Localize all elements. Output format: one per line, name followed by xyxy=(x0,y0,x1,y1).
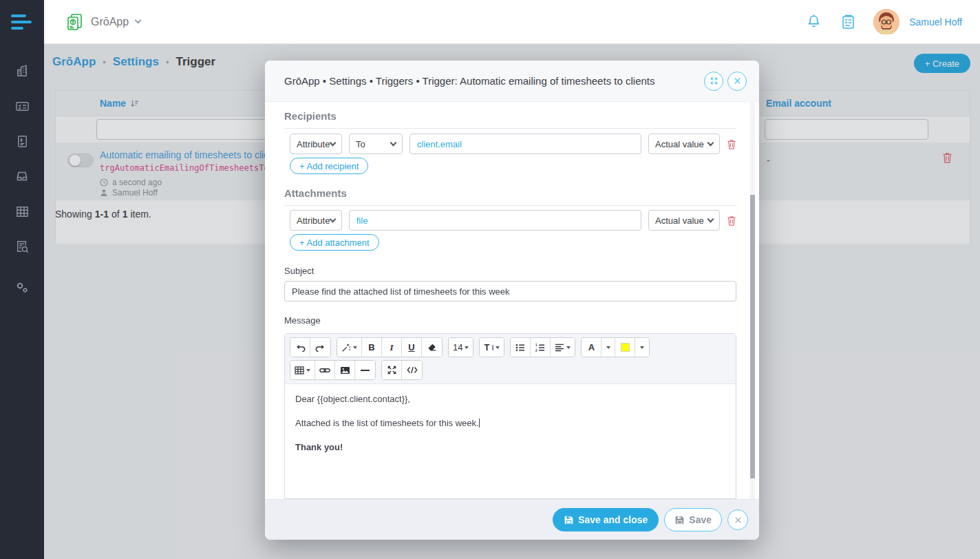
attachment-mode-select[interactable]: Actual value xyxy=(648,210,720,231)
table-grid-icon xyxy=(14,204,30,220)
text-color-dropdown[interactable] xyxy=(601,338,615,357)
app-logo-icon xyxy=(65,12,84,32)
bold-button[interactable]: B xyxy=(362,338,382,357)
undo-button[interactable] xyxy=(290,338,310,357)
close-icon xyxy=(734,516,742,524)
highlight-color-button[interactable] xyxy=(615,338,635,357)
svg-text:2: 2 xyxy=(536,348,538,351)
insert-table-icon xyxy=(295,366,304,375)
magic-format-button[interactable] xyxy=(337,338,362,357)
add-recipient-button[interactable]: + Add recipient xyxy=(290,158,368,174)
font-size-select[interactable]: 14 xyxy=(449,338,473,357)
notifications-button[interactable] xyxy=(805,13,822,30)
modal-scrollbar-thumb[interactable] xyxy=(750,195,755,478)
sidebar-item-inbox[interactable] xyxy=(8,165,36,188)
paragraph-style-select[interactable]: TI xyxy=(480,338,504,357)
sidebar-item-invoice-document[interactable] xyxy=(8,129,36,153)
chevron-down-icon xyxy=(390,140,397,147)
code-view-button[interactable] xyxy=(402,361,422,379)
svg-text:1: 1 xyxy=(536,344,538,347)
recipient-mode-select[interactable]: Actual value xyxy=(648,134,720,154)
redo-icon xyxy=(315,344,326,352)
message-paragraph: Attached is the list of timesheets for t… xyxy=(295,418,725,428)
sidebar-item-report[interactable] xyxy=(8,235,36,258)
sidebar-item-organization[interactable] xyxy=(8,59,36,83)
horizontal-rule-button[interactable] xyxy=(355,361,375,379)
horizontal-rule-icon xyxy=(361,369,370,372)
magic-wand-icon xyxy=(341,343,351,352)
subject-input[interactable] xyxy=(284,281,736,302)
notes-clipboard-icon xyxy=(839,13,857,31)
editor-fullscreen-button[interactable] xyxy=(382,361,402,379)
message-paragraph: Thank you! xyxy=(295,442,725,452)
image-icon xyxy=(340,366,350,375)
attachment-type-select[interactable]: Attribute xyxy=(290,210,342,231)
eraser-icon xyxy=(427,343,437,352)
sidebar-item-data-table[interactable] xyxy=(8,200,36,223)
gears-icon xyxy=(14,279,30,295)
text-color-button[interactable]: A xyxy=(582,338,601,357)
save-icon xyxy=(564,515,574,525)
app-switcher[interactable]: GrōApp xyxy=(65,12,140,32)
numbered-list-icon: 12 xyxy=(535,344,545,352)
sidebar-item-settings[interactable] xyxy=(8,275,36,299)
report-search-icon xyxy=(14,239,30,255)
modal-title: GrōApp • Settings • Triggers • Trigger: … xyxy=(284,75,655,87)
delete-recipient-button[interactable] xyxy=(727,139,736,149)
sidebar-item-checklist[interactable] xyxy=(8,94,36,118)
code-view-icon xyxy=(407,366,418,374)
bell-icon xyxy=(805,13,822,30)
chevron-down-icon xyxy=(707,140,714,147)
message-body[interactable]: Dear {{object.client.contact}}, Attached… xyxy=(285,384,736,476)
insert-image-button[interactable] xyxy=(335,361,355,379)
checklist-icon xyxy=(14,98,30,114)
italic-button[interactable]: I xyxy=(382,338,402,357)
close-modal-button[interactable] xyxy=(727,72,747,91)
delete-attachment-button[interactable] xyxy=(727,215,736,226)
menu-toggle-button[interactable] xyxy=(0,0,44,44)
avatar-image xyxy=(873,9,899,35)
align-select[interactable] xyxy=(551,338,575,357)
editor-toolbar: B I U 14 TI 12 A xyxy=(285,334,736,384)
cancel-button[interactable] xyxy=(727,509,748,530)
dropdown-caret-icon xyxy=(306,369,310,372)
dropdown-caret-icon xyxy=(353,346,357,349)
underline-button[interactable]: U xyxy=(402,338,422,357)
undo-icon xyxy=(295,344,306,352)
recipient-value-input[interactable] xyxy=(409,134,641,154)
chevron-down-icon xyxy=(330,140,337,147)
unordered-list-button[interactable] xyxy=(511,338,531,357)
building-icon xyxy=(14,63,30,79)
clear-format-button[interactable] xyxy=(422,338,442,357)
insert-link-button[interactable] xyxy=(315,361,335,379)
ordered-list-button[interactable]: 12 xyxy=(531,338,551,357)
sidebar-nav xyxy=(0,44,44,299)
add-attachment-button[interactable]: + Add attachment xyxy=(290,234,379,251)
attachment-row: Attribute Actual value xyxy=(290,210,736,231)
save-button[interactable]: Save xyxy=(664,508,722,531)
user-avatar[interactable] xyxy=(873,9,899,35)
redo-button[interactable] xyxy=(310,338,330,357)
message-editor: B I U 14 TI 12 A xyxy=(284,333,736,499)
chevron-down-icon xyxy=(135,17,142,24)
recipients-heading: Recipients xyxy=(284,110,736,129)
save-and-close-button[interactable]: Save and close xyxy=(553,508,659,531)
fullscreen-icon xyxy=(387,366,396,375)
recipient-field-select[interactable]: To xyxy=(349,134,403,154)
release-notes-button[interactable] xyxy=(839,13,857,31)
message-paragraph: Dear {{object.client.contact}}, xyxy=(295,394,725,404)
bullet-list-icon xyxy=(515,344,525,352)
attachment-value-input[interactable] xyxy=(349,210,641,231)
user-name[interactable]: Samuel Hoff xyxy=(909,17,962,28)
save-icon xyxy=(674,515,685,525)
inbox-icon xyxy=(14,168,30,184)
modal-header: GrōApp • Settings • Triggers • Trigger: … xyxy=(265,61,759,102)
dropdown-caret-icon xyxy=(566,346,571,349)
highlight-swatch xyxy=(621,343,630,352)
insert-table-select[interactable] xyxy=(290,361,315,379)
modal-footer: Save and close Save xyxy=(265,499,759,540)
dropdown-caret-icon xyxy=(465,346,469,349)
highlight-color-dropdown[interactable] xyxy=(635,338,649,357)
recipient-type-select[interactable]: Attribute xyxy=(290,134,342,154)
expand-modal-button[interactable] xyxy=(704,72,723,91)
